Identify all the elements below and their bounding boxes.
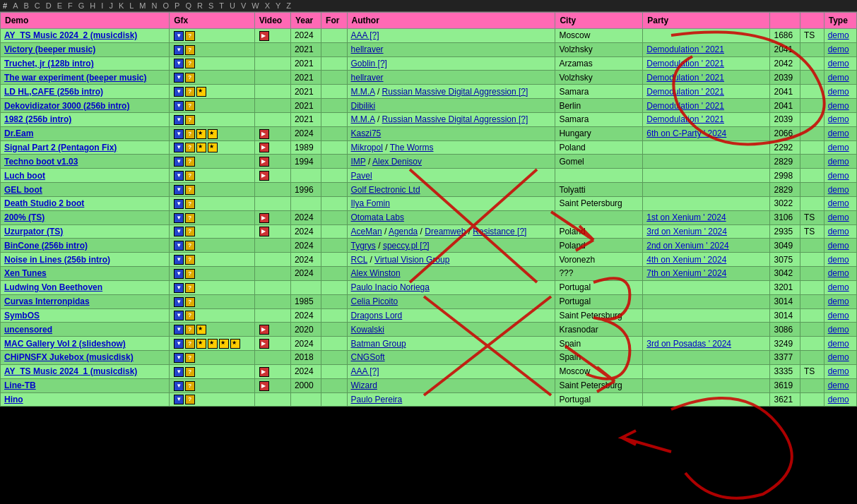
info-icon[interactable] [185, 59, 195, 68]
question-link[interactable]: [?] [375, 59, 387, 68]
demo-title-link[interactable]: Truchet, jr (128b intro) [4, 59, 94, 68]
download-icon[interactable] [174, 73, 184, 83]
video-icon[interactable] [259, 31, 269, 41]
type-link[interactable]: demo [828, 395, 849, 404]
info-icon[interactable] [185, 87, 195, 97]
info-icon[interactable] [185, 367, 195, 377]
alphabet-link-a[interactable]: A [10, 0, 20, 11]
download-icon[interactable] [174, 297, 184, 307]
download-icon[interactable] [174, 325, 184, 335]
video-icon[interactable] [259, 157, 269, 167]
info-icon[interactable] [185, 115, 195, 125]
info-icon[interactable] [185, 101, 195, 111]
type-link[interactable]: demo [828, 128, 849, 138]
alphabet-link-p[interactable]: P [172, 0, 182, 11]
download-icon[interactable] [174, 339, 184, 349]
star-icon[interactable] [208, 143, 218, 152]
info-icon[interactable] [185, 381, 195, 391]
party-link[interactable]: Demodulation ' 2021 [646, 73, 724, 83]
download-icon[interactable] [174, 45, 184, 55]
demo-title-link[interactable]: Xen Tunes [4, 268, 47, 278]
download-icon[interactable] [174, 157, 184, 167]
star-icon[interactable] [219, 339, 229, 349]
party-link[interactable]: 3rd on Xenium ' 2024 [646, 227, 727, 236]
party-link[interactable]: 4th on Xenium ' 2024 [646, 255, 726, 265]
download-icon[interactable] [174, 59, 184, 68]
demo-title-link[interactable]: Death Studio 2 boot [4, 198, 84, 208]
download-icon[interactable] [174, 129, 184, 139]
alphabet-link-h[interactable]: H [87, 0, 98, 11]
info-icon[interactable] [185, 45, 195, 55]
question-link[interactable]: [?] [367, 30, 379, 40]
type-link[interactable]: demo [828, 30, 849, 40]
demo-title-link[interactable]: Hino [4, 395, 23, 404]
demo-title-link[interactable]: MAC Gallery Vol 2 (slideshow) [4, 339, 126, 349]
type-link[interactable]: demo [828, 268, 849, 278]
info-icon[interactable] [185, 185, 195, 195]
alphabet-link-b[interactable]: B [20, 0, 31, 11]
question-link[interactable]: [?] [367, 366, 379, 376]
alphabet-link-i[interactable]: I [98, 0, 106, 11]
alphabet-link-z[interactable]: Z [283, 0, 294, 11]
info-icon[interactable] [185, 199, 195, 209]
video-icon[interactable] [259, 325, 269, 335]
download-icon[interactable] [174, 367, 184, 377]
download-icon[interactable] [174, 87, 184, 97]
video-icon[interactable] [259, 213, 269, 223]
alphabet-link-f[interactable]: F [65, 0, 76, 11]
demo-title-link[interactable]: Luch boot [4, 171, 45, 181]
type-link[interactable]: demo [828, 380, 849, 390]
info-icon[interactable] [185, 297, 195, 307]
demo-title-link[interactable]: The war experiment (beeper music) [4, 73, 146, 83]
demo-title-link[interactable]: CHiPNSFX Jukebox (musicdisk) [4, 352, 134, 362]
alphabet-link-x[interactable]: X [262, 0, 273, 11]
type-link[interactable]: demo [828, 212, 849, 222]
demo-title-link[interactable]: SymbOS [4, 311, 40, 320]
party-link[interactable]: 1st on Xenium ' 2024 [646, 212, 726, 222]
demo-title-link[interactable]: BinCone (256b intro) [4, 241, 88, 251]
info-icon[interactable] [185, 269, 195, 279]
party-link[interactable]: Demodulation ' 2021 [646, 59, 724, 68]
demo-title-link[interactable]: Line-TB [4, 380, 36, 390]
alphabet-link-g[interactable]: G [76, 0, 88, 11]
alphabet-link-t[interactable]: T [216, 0, 227, 11]
type-link[interactable]: demo [828, 366, 849, 376]
demo-title-link[interactable]: Uzurpator (TS) [4, 227, 63, 236]
type-link[interactable]: demo [828, 282, 849, 292]
video-icon[interactable] [259, 227, 269, 236]
info-icon[interactable] [185, 353, 195, 363]
download-icon[interactable] [174, 381, 184, 391]
download-icon[interactable] [174, 171, 184, 181]
demo-title-link[interactable]: LD HL,CAFE (256b intro) [4, 87, 103, 97]
alphabet-link-y[interactable]: Y [273, 0, 283, 11]
alphabet-link-e[interactable]: E [54, 0, 65, 11]
type-link[interactable]: demo [828, 339, 849, 349]
party-link[interactable]: 7th on Xenium ' 2024 [646, 268, 726, 278]
star-icon[interactable] [196, 325, 206, 335]
type-link[interactable]: demo [828, 185, 849, 195]
demo-title-link[interactable]: AY_TS Music 2024_2 (musicdisk) [4, 30, 137, 40]
demo-title-link[interactable]: Victory (beeper music) [4, 44, 95, 54]
download-icon[interactable] [174, 255, 184, 265]
alphabet-link-d[interactable]: D [43, 0, 54, 11]
demo-title-link[interactable]: Noise in Lines (256b intro) [4, 255, 110, 265]
type-link[interactable]: demo [828, 255, 849, 265]
download-icon[interactable] [174, 353, 184, 363]
info-icon[interactable] [185, 325, 195, 335]
type-link[interactable]: demo [828, 44, 849, 54]
demo-title-link[interactable]: Dr.Eam [4, 128, 33, 138]
party-link[interactable]: 2nd on Xenium ' 2024 [646, 241, 728, 251]
demo-title-link[interactable]: Signal Part 2 (Pentagon Fix) [4, 143, 117, 152]
alphabet-link-w[interactable]: W [249, 0, 261, 11]
type-link[interactable]: demo [828, 171, 849, 181]
download-icon[interactable] [174, 143, 184, 152]
download-icon[interactable] [174, 101, 184, 111]
type-link[interactable]: demo [828, 59, 849, 68]
info-icon[interactable] [185, 31, 195, 41]
demo-title-link[interactable]: 1982 (256b intro) [4, 114, 71, 124]
question-link[interactable]: [?] [516, 87, 528, 97]
info-icon[interactable] [185, 227, 195, 236]
video-icon[interactable] [259, 381, 269, 391]
party-link[interactable]: Demodulation ' 2021 [646, 114, 724, 124]
download-icon[interactable] [174, 241, 184, 251]
